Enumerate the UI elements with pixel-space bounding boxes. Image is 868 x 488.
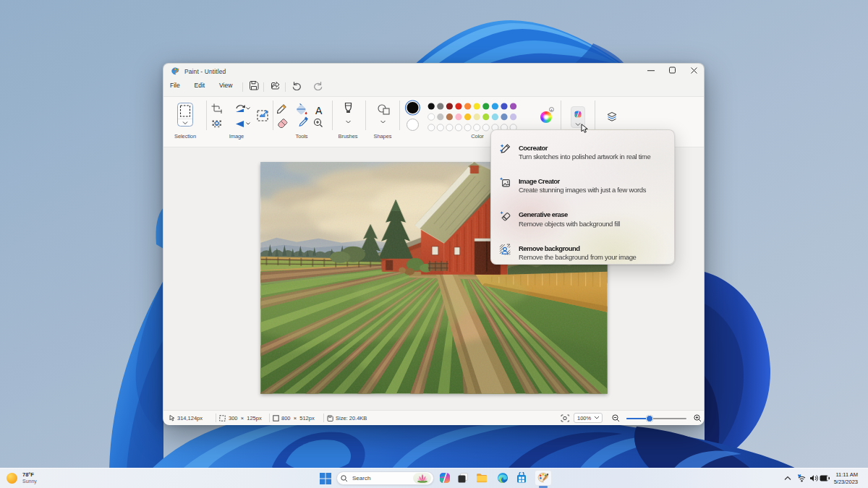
svg-text:A: A [315, 105, 323, 116]
